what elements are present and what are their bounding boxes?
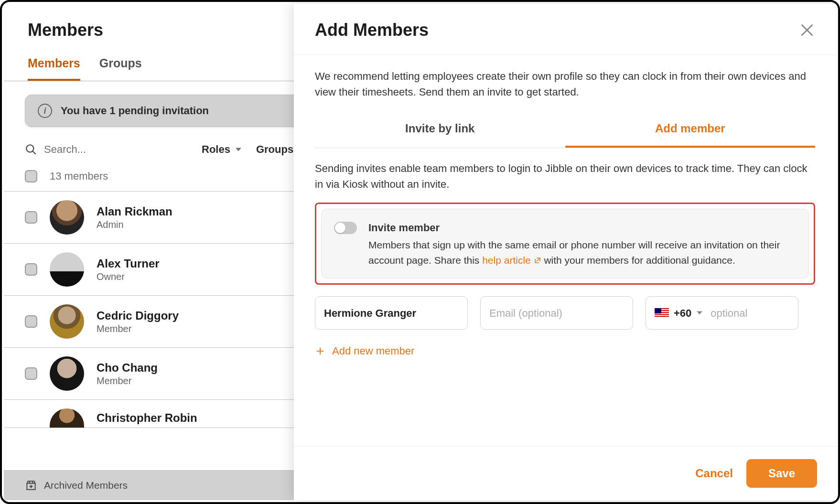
toggle-description: Members that sign up with the same email… [368, 237, 796, 268]
member-count: 13 members [50, 170, 108, 182]
close-button[interactable] [799, 22, 815, 38]
chevron-down-icon [235, 146, 242, 153]
avatar [50, 200, 84, 235]
row-checkbox[interactable] [25, 263, 37, 276]
member-role: Admin [97, 219, 172, 230]
cancel-button[interactable]: Cancel [695, 467, 733, 480]
close-icon [799, 22, 815, 38]
intro-text: We recommend letting employees create th… [315, 68, 815, 100]
tab-add-member[interactable]: Add member [565, 113, 816, 148]
svg-line-1 [32, 151, 36, 154]
member-name: Alex Turner [97, 257, 160, 270]
panel-title: Add Members [315, 20, 429, 40]
add-new-member-button[interactable]: Add new member [315, 343, 815, 359]
tab-members[interactable]: Members [28, 50, 80, 81]
invite-member-toggle[interactable] [334, 222, 357, 234]
modal-tabs: Invite by link Add member [315, 113, 815, 148]
filter-roles[interactable]: Roles [202, 143, 242, 156]
member-form-row: Hermione Granger Email (optional) +60 op… [315, 296, 815, 330]
highlight-annotation: Invite member Members that sign up with … [315, 203, 815, 285]
help-article-link[interactable]: help article [482, 255, 541, 266]
avatar [50, 304, 84, 339]
member-name: Alan Rickman [97, 205, 172, 218]
avatar [50, 252, 84, 287]
tab-groups[interactable]: Groups [99, 50, 142, 81]
member-role: Member [97, 323, 179, 334]
select-all-checkbox[interactable] [25, 170, 37, 182]
svg-point-0 [26, 145, 33, 152]
row-checkbox[interactable] [25, 315, 37, 328]
archive-icon [25, 479, 37, 492]
chevron-down-icon [696, 310, 703, 316]
info-icon: i [38, 104, 52, 118]
phone-country-selector[interactable]: +60 [655, 305, 703, 321]
row-checkbox[interactable] [25, 367, 37, 380]
panel-header: Add Members [294, 4, 836, 55]
tab-invite-by-link[interactable]: Invite by link [315, 113, 565, 148]
row-checkbox[interactable] [25, 211, 37, 224]
banner-text: You have 1 pending invitation [61, 105, 209, 117]
member-name: Cho Chang [97, 361, 158, 375]
external-link-icon [534, 257, 541, 264]
search-input[interactable]: Search... [25, 143, 168, 156]
phone-placeholder: optional [711, 305, 747, 321]
email-placeholder: Email (optional) [489, 305, 562, 321]
avatar [50, 356, 84, 391]
name-value: Hermione Granger [324, 305, 416, 321]
save-button[interactable]: Save [746, 459, 817, 488]
member-name: Christopher Robin [97, 411, 197, 425]
flag-icon [655, 308, 669, 318]
search-placeholder: Search... [44, 143, 86, 156]
search-icon [25, 143, 37, 156]
invite-member-toggle-card: Invite member Members that sign up with … [321, 209, 809, 279]
add-members-panel: Add Members We recommend letting employe… [294, 4, 836, 500]
toggle-title: Invite member [368, 220, 796, 236]
panel-body: We recommend letting employees create th… [294, 55, 836, 446]
phone-prefix: +60 [674, 305, 691, 321]
member-name: Cedric Diggory [97, 309, 179, 322]
avatar [50, 408, 84, 428]
plus-icon [315, 346, 325, 356]
add-member-description: Sending invites enable team members to l… [315, 161, 815, 192]
member-role: Member [97, 375, 158, 386]
member-role: Owner [97, 271, 160, 282]
name-field[interactable]: Hermione Granger [315, 296, 468, 330]
email-field[interactable]: Email (optional) [480, 296, 633, 330]
panel-footer: Cancel Save [294, 446, 836, 500]
phone-field[interactable]: +60 optional [646, 296, 798, 330]
